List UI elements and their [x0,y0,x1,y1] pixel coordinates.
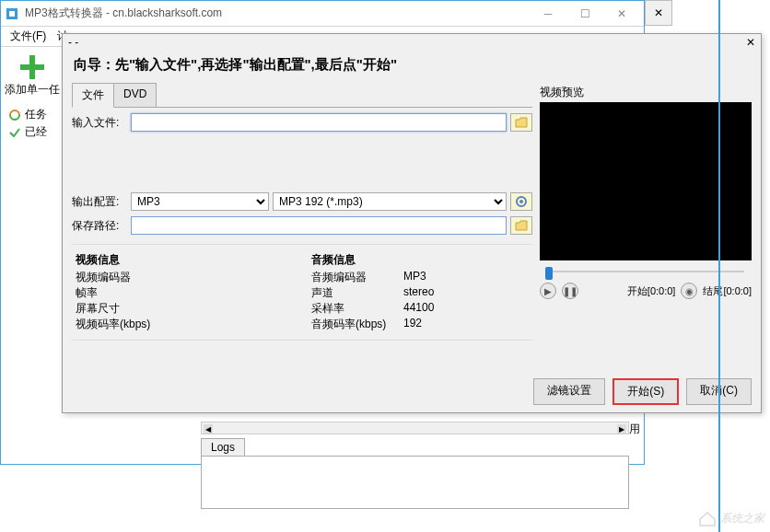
audio-sample-value: 44100 [403,301,434,317]
slider-track [547,271,744,272]
play-button[interactable]: ▶ [540,283,556,299]
tab-file[interactable]: 文件 [72,83,114,108]
logs-panel: ◀ ▶ 用 Logs [201,422,629,509]
audio-codec-value: MP3 [403,270,426,285]
wizard-dialog: - - ✕ 向导：先"输入文件",再选择"输出配置",最后点"开始" 文件 DV… [62,33,762,413]
tree-item-label: 任务 [25,107,47,122]
video-codec-label: 视频编码器 [76,270,168,285]
logs-tab[interactable]: Logs [201,438,245,456]
minimize-button[interactable]: ─ [530,3,566,25]
end-time-label: 结尾[0:0:0] [703,284,752,298]
input-file-label: 输入文件: [72,115,127,131]
plus-icon [18,52,47,82]
audio-codec-label: 音频编码器 [311,270,403,285]
start-button[interactable]: 开始(S) [612,378,679,405]
ruler-vertical [718,0,720,532]
video-info-title: 视频信息 [76,252,293,268]
video-size-label: 屏幕尺寸 [76,301,168,317]
check-icon [8,126,21,139]
app-icon [5,6,19,21]
audio-bitrate-value: 192 [403,317,422,332]
refresh-icon [8,109,21,121]
scroll-right-icon[interactable]: ▶ [617,424,626,434]
slider-thumb[interactable] [545,267,553,280]
browse-save-button[interactable] [510,216,532,235]
info-panel: 视频信息 视频编码器 帧率 屏幕尺寸 视频码率(kbps) 音频信息 音频编码器… [72,244,532,341]
folder-icon [515,117,528,128]
format-select[interactable]: MP3 [131,192,269,211]
logs-extra-text: 用 [629,422,640,437]
logs-scrollbar[interactable]: ◀ ▶ [201,422,629,434]
audio-info: 音频信息 音频编码器MP3 声道stereo 采样率44100 音频码率(kbp… [311,252,529,332]
input-file-field[interactable] [131,113,507,132]
tree-item-label: 已经 [25,124,47,140]
config-button[interactable] [510,192,532,211]
background-tab-close[interactable]: ✕ [645,0,672,26]
tab-dvd[interactable]: DVD [113,83,157,107]
main-titlebar: MP3格式转换器 - cn.blacksharksoft.com ─ ☐ ✕ [1,1,644,27]
dialog-close-button[interactable]: ✕ [746,36,755,49]
maximize-button[interactable]: ☐ [566,3,603,25]
video-info: 视频信息 视频编码器 帧率 屏幕尺寸 视频码率(kbps) [76,252,293,332]
watermark: 系统之家 [698,510,764,526]
scroll-left-icon[interactable]: ◀ [204,424,213,434]
close-button[interactable]: ✕ [603,3,640,25]
svg-rect-1 [9,11,15,17]
svg-point-5 [519,200,523,203]
add-task-button[interactable]: 添加单一任 [5,52,60,98]
audio-channel-label: 声道 [311,285,403,301]
audio-channel-value: stereo [403,285,434,301]
audio-info-title: 音频信息 [311,252,529,268]
menu-file[interactable]: 文件(F) [5,27,52,46]
source-tabs: 文件 DVD [72,83,532,108]
save-path-field[interactable] [131,216,507,235]
add-task-label: 添加单一任 [5,82,60,98]
folder-icon [515,220,528,231]
start-time-label: 开始[0:0:0] [627,284,676,298]
dialog-heading: 向导：先"输入文件",再选择"输出配置",最后点"开始" [63,51,761,83]
video-fps-label: 帧率 [76,285,168,301]
svg-rect-3 [20,64,44,70]
dialog-left-panel: 文件 DVD 输入文件: 输出配置: MP3 MP3 192 (*.mp3) [72,83,532,341]
preset-select[interactable]: MP3 192 (*.mp3) [273,192,507,211]
filter-settings-button[interactable]: 滤镜设置 [533,378,605,405]
mark-start-button[interactable]: ◉ [681,283,697,299]
audio-bitrate-label: 音频码率(kbps) [311,317,403,332]
pause-button[interactable]: ❚❚ [562,283,578,299]
browse-input-button[interactable] [510,113,532,132]
window-title: MP3格式转换器 - cn.blacksharksoft.com [25,6,530,21]
output-config-label: 输出配置: [72,194,127,210]
audio-sample-label: 采样率 [311,301,403,317]
save-path-label: 保存路径: [72,218,127,234]
house-icon [698,510,717,526]
logs-output [201,456,629,509]
video-bitrate-label: 视频码率(kbps) [76,317,168,332]
dialog-titlebar: - - ✕ [63,34,761,51]
dialog-titlebar-text: - - [68,36,78,49]
gear-icon [515,195,528,208]
